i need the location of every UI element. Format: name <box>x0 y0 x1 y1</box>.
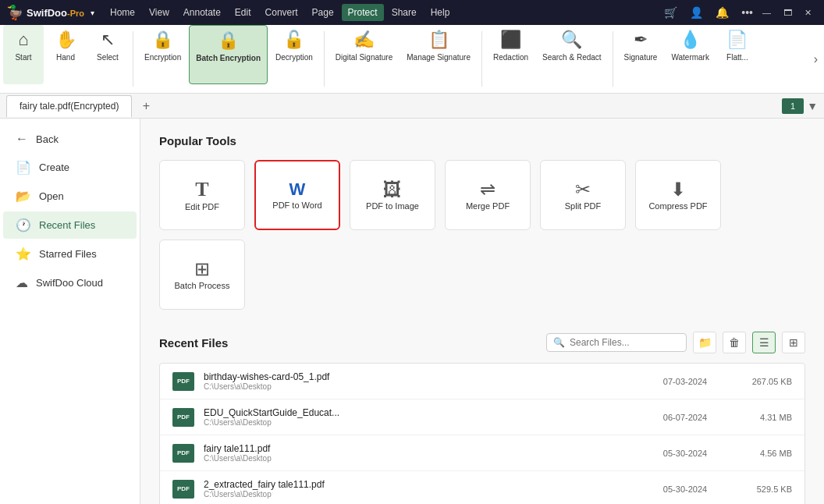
notification-icon[interactable]: 🔔 <box>712 5 732 20</box>
more-icon[interactable]: ••• <box>738 5 756 20</box>
sidebar-item-recent-files-label: Recent Files <box>39 219 95 231</box>
sidebar-item-create[interactable]: 📄 Create <box>3 154 137 181</box>
user-icon[interactable]: 👤 <box>687 5 706 20</box>
menu-view[interactable]: View <box>143 4 176 21</box>
open-icon: 📂 <box>16 189 31 204</box>
ribbon-hand[interactable]: ✋ Hand <box>45 25 86 84</box>
ribbon-search-redact[interactable]: 🔍 Search & Redact <box>536 25 608 84</box>
ribbon-manage-signature[interactable]: 📋 Manage Signature <box>400 25 477 84</box>
batch-process-icon: ⊞ <box>194 258 210 280</box>
maximize-button[interactable]: 🗖 <box>777 5 798 20</box>
menu-help[interactable]: Help <box>424 4 456 21</box>
signature-icon: ✒ <box>634 30 648 50</box>
file-delete-button[interactable]: 🗑 <box>723 332 746 353</box>
sidebar-item-open[interactable]: 📂 Open <box>3 183 137 210</box>
sidebar-item-starred-files[interactable]: ⭐ Starred Files <box>3 240 137 268</box>
ribbon-select[interactable]: ↖ Select <box>87 25 128 84</box>
merge-pdf-icon: ⇌ <box>480 179 495 201</box>
minimize-button[interactable]: — <box>756 5 777 20</box>
search-icon: 🔍 <box>553 337 565 348</box>
manage-signature-icon: 📋 <box>428 30 449 50</box>
file-path: C:\Users\a\Desktop <box>204 382 641 391</box>
file-date: 05-30-2024 <box>650 484 720 494</box>
file-info: 2_extracted_fairy tale111.pdf C:\Users\a… <box>204 479 641 499</box>
ribbon-decryption[interactable]: 🔓 Decryption <box>269 25 319 84</box>
popular-tools-section: Popular Tools T Edit PDF W PDF to Word 🖼… <box>159 134 805 310</box>
menu-home[interactable]: Home <box>104 4 141 21</box>
file-open-button[interactable]: 📁 <box>693 332 716 353</box>
tab-fairy-tale[interactable]: fairy tale.pdf(Encrypted) <box>6 95 132 117</box>
pdf-to-word-icon: W <box>289 179 306 200</box>
menu-protect[interactable]: Protect <box>342 4 384 21</box>
pdf-badge: PDF <box>172 444 194 463</box>
ribbon-flatten[interactable]: 📄 Flatt... <box>717 25 758 84</box>
ribbon-signature-label: Signature <box>624 53 658 62</box>
flatten-icon: 📄 <box>726 30 748 50</box>
ribbon-digital-signature-label: Digital Signature <box>336 53 392 62</box>
menu-edit[interactable]: Edit <box>229 4 258 21</box>
recent-files-icon: 🕐 <box>16 218 31 232</box>
ribbon-start[interactable]: ⌂ Start <box>3 25 44 84</box>
cart-icon[interactable]: 🛒 <box>661 5 680 20</box>
tool-merge-pdf[interactable]: ⇌ Merge PDF <box>445 160 531 230</box>
tool-pdf-to-image[interactable]: 🖼 PDF to Image <box>350 160 435 230</box>
split-pdf-label: Split PDF <box>565 201 601 211</box>
sidebar-item-cloud-label: SwifDoo Cloud <box>36 277 103 289</box>
ribbon-search-redact-label: Search & Redact <box>542 53 602 62</box>
ribbon-encryption[interactable]: 🔒 Encryption <box>138 25 187 84</box>
ribbon-hand-label: Hand <box>56 53 75 62</box>
pdf-to-word-label: PDF to Word <box>272 200 321 211</box>
file-date: 07-03-2024 <box>650 377 720 386</box>
hand-icon: ✋ <box>55 30 76 50</box>
app-name: SwifDoo-Pro <box>27 7 84 19</box>
sidebar-item-recent-files[interactable]: 🕐 Recent Files <box>3 211 137 239</box>
ribbon-digital-signature[interactable]: ✍ Digital Signature <box>329 25 399 84</box>
menu-convert[interactable]: Convert <box>259 4 304 21</box>
search-box[interactable]: 🔍 <box>546 333 687 352</box>
app-logo: 🦆 SwifDoo-Pro <box>6 4 84 21</box>
sidebar-item-cloud[interactable]: ☁ SwifDoo Cloud <box>3 269 137 296</box>
sidebar-item-back[interactable]: ← Back <box>3 126 137 152</box>
ribbon-signature[interactable]: ✒ Signature <box>618 25 664 84</box>
file-list: PDF birthday-wishes-card-05_1.pdf C:\Use… <box>159 363 805 504</box>
ribbon-batch-encryption[interactable]: 🔒 Batch Encryption <box>189 25 268 84</box>
file-grid-view-button[interactable]: ⊞ <box>782 332 805 353</box>
file-row[interactable]: PDF EDU_QuickStartGuide_Educat... C:\Use… <box>160 399 804 435</box>
tool-edit-pdf[interactable]: T Edit PDF <box>159 160 245 230</box>
ribbon-divider2 <box>324 31 325 87</box>
split-pdf-icon: ✂ <box>575 179 591 201</box>
tool-split-pdf[interactable]: ✂ Split PDF <box>540 160 626 230</box>
edit-pdf-label: Edit PDF <box>185 201 219 212</box>
file-list-view-button[interactable]: ☰ <box>752 332 776 353</box>
main-layout: ← Back 📄 Create 📂 Open 🕐 Recent Files ⭐ … <box>0 119 824 504</box>
file-row[interactable]: PDF birthday-wishes-card-05_1.pdf C:\Use… <box>160 364 804 399</box>
tab-nav-up[interactable]: ▼ <box>807 100 818 112</box>
app-dropdown[interactable]: ▾ <box>91 9 94 17</box>
tab-add-button[interactable]: + <box>135 95 157 117</box>
ribbon: ⌂ Start ✋ Hand ↖ Select 🔒 Encryption 🔒 B… <box>0 25 824 94</box>
file-path: C:\Users\a\Desktop <box>204 490 641 499</box>
file-size: 4.56 MB <box>730 449 792 458</box>
menu-page[interactable]: Page <box>306 4 340 21</box>
sidebar-item-open-label: Open <box>39 190 64 202</box>
close-button[interactable]: ✕ <box>798 5 818 20</box>
tool-compress-pdf[interactable]: ⬇ Compress PDF <box>635 160 721 230</box>
tool-batch-process[interactable]: ⊞ Batch Process <box>159 240 245 310</box>
ribbon-more[interactable]: › <box>811 25 821 93</box>
ribbon-watermark[interactable]: 💧 Watermark <box>665 25 716 84</box>
menu-annotate[interactable]: Annotate <box>177 4 227 21</box>
file-info: fairy tale111.pdf C:\Users\a\Desktop <box>204 443 641 463</box>
watermark-icon: 💧 <box>680 30 701 50</box>
tab-right-controls: 1 ▼ <box>782 98 818 114</box>
search-input[interactable] <box>570 337 680 348</box>
create-icon: 📄 <box>16 160 31 175</box>
select-icon: ↖ <box>101 30 115 50</box>
file-size: 4.31 MB <box>730 413 792 422</box>
pdf-to-image-icon: 🖼 <box>383 179 402 201</box>
tool-pdf-to-word[interactable]: W PDF to Word <box>254 160 340 230</box>
ribbon-items: ⌂ Start ✋ Hand ↖ Select 🔒 Encryption 🔒 B… <box>3 25 811 93</box>
ribbon-redaction[interactable]: ⬛ Redaction <box>487 25 535 84</box>
menu-share[interactable]: Share <box>385 4 423 21</box>
file-row[interactable]: PDF 2_extracted_fairy tale111.pdf C:\Use… <box>160 471 804 504</box>
file-row[interactable]: PDF fairy tale111.pdf C:\Users\a\Desktop… <box>160 435 804 471</box>
